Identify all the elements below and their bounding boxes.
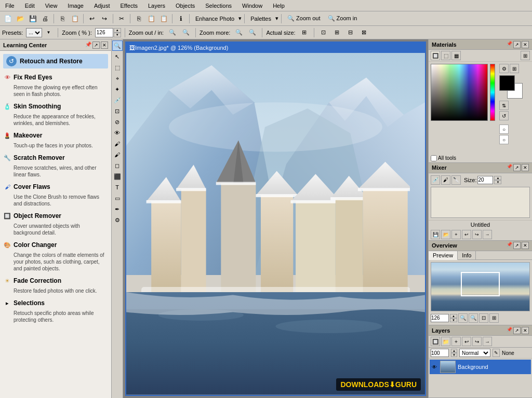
layer-link-btn[interactable]: + [451,337,461,346]
ov-float-btn[interactable]: ↗ [513,242,521,249]
sidebar-item-selections[interactable]: ▸ Selections [3,297,108,309]
tool-select[interactable]: ⬚ [112,62,123,73]
palettes-menu[interactable]: Palettes [247,15,274,22]
tool-straighten[interactable]: ⊘ [112,117,123,127]
copy-button[interactable]: ⎘ [57,13,68,24]
sidebar-item-color-changer[interactable]: 🎨 Color Changer [3,239,108,251]
color-grad[interactable] [431,64,488,121]
mat-options-btn2[interactable]: ⊞ [510,64,519,73]
fg-color-swatch[interactable] [499,75,515,91]
fit-btn4[interactable]: ⊠ [358,27,370,38]
menu-window[interactable]: Window [239,2,265,9]
ov-zoom-out-btn[interactable]: 🔍 [458,313,468,323]
tool-lasso[interactable]: ⌖ [112,73,123,84]
mixer-size-down[interactable]: ▼ [494,180,501,184]
mat-close-btn[interactable]: ✕ [522,41,529,48]
tool-pen[interactable]: ✒ [112,204,123,214]
menu-view[interactable]: View [42,2,61,9]
layer-more-btn[interactable]: → [483,337,492,346]
opacity-up[interactable]: ▲ [451,349,457,353]
mat-tab-gradient[interactable]: ⬚ [441,51,450,60]
menu-objects[interactable]: Objects [172,2,198,9]
tab-info[interactable]: Info [458,251,476,259]
sidebar-item-makeover[interactable]: 💄 Makeover [3,130,108,141]
ov-zoom-actual-btn[interactable]: ⊞ [489,313,499,323]
layer-arrange-btn[interactable]: ↪ [472,337,482,346]
lc-float-btn[interactable]: ↗ [92,42,100,49]
opacity-down[interactable]: ▼ [451,353,457,357]
zoom-out-btn[interactable]: 🔍 [167,27,178,38]
canvas-content[interactable]: DOWNLOADS⬇GURU [126,53,425,395]
menu-adjust[interactable]: Adjust [91,2,113,9]
tab-preview[interactable]: Preview [429,251,458,260]
sidebar-item-cover-flaws[interactable]: 🖌 Cover Flaws [3,181,108,193]
mat-options-btn1[interactable]: ⚙ [499,64,509,73]
sidebar-item-fade-correction[interactable]: ☀ Fade Correction [3,275,108,286]
print-button[interactable]: 🖨 [39,13,51,24]
copy2-button[interactable]: ⎘ [133,13,144,24]
mixer-dropper-btn[interactable]: 💉 [431,175,440,185]
mixer-undo-btn[interactable]: ↩ [462,230,471,239]
paste2-button[interactable]: 📋 [145,13,157,24]
tool-zoom[interactable]: 🔍 [112,40,123,51]
new-button[interactable]: 📄 [2,13,14,24]
zoom-in-btn[interactable]: 🔍 [180,27,192,38]
mixer-add-btn[interactable]: + [451,230,461,239]
transparent-bg-btn[interactable]: ○ [499,135,509,144]
presets-arrow[interactable]: ▼ [43,27,54,38]
menu-help[interactable]: Help [270,2,288,9]
sidebar-item-scratch-remover[interactable]: 🔧 Scratch Remover [3,152,108,163]
mixer-size-input[interactable] [477,176,493,184]
mixer-save-btn[interactable]: 💾 [431,230,440,239]
sidebar-item-object-remover[interactable]: 🔲 Object Remover [3,210,108,222]
tool-red-eye[interactable]: 👁 [112,128,123,138]
layer-eye-icon[interactable]: 👁 [431,363,438,370]
tool-crop[interactable]: ⊡ [112,106,123,116]
tool-eraser[interactable]: ◻ [112,160,123,171]
all-tools-checkbox[interactable] [431,155,437,161]
layer-group-btn[interactable]: 📁 [441,337,450,346]
lc-close-btn[interactable]: ✕ [101,42,108,49]
transparent-fg-btn[interactable]: ○ [499,125,509,134]
fit-btn3[interactable]: ⊟ [345,27,356,38]
ov-zoom-fit-btn[interactable]: ⊡ [479,313,488,323]
menu-file[interactable]: File [2,2,18,9]
ov-zoom-up[interactable]: ▲ [450,314,457,318]
mat-tab-pattern[interactable]: ▦ [451,51,461,60]
mat-float-btn[interactable]: ↗ [513,41,521,48]
undo-button[interactable]: ↩ [86,13,98,24]
sidebar-item-fix-red-eyes[interactable]: 👁 Fix Red Eyes [3,72,108,83]
tool-shape[interactable]: ▭ [112,193,123,203]
paste3-button[interactable]: 📋 [158,13,169,24]
mix-float-btn[interactable]: ↗ [513,164,521,171]
mixer-canvas[interactable] [431,187,530,218]
tool-fill[interactable]: ⬛ [112,171,123,182]
layers-float-btn[interactable]: ↗ [513,327,521,334]
menu-image[interactable]: Image [64,2,87,9]
menu-effects[interactable]: Effects [117,2,141,9]
crop-button[interactable]: ✂ [116,13,127,24]
sidebar-item-skin-smoothing[interactable]: 🧴 Skin Smoothing [3,101,108,112]
info-button[interactable]: ℹ [175,13,187,24]
tool-dropper[interactable]: 💉 [112,95,123,105]
menu-layers[interactable]: Layers [145,2,168,9]
mix-close-btn[interactable]: ✕ [522,164,529,171]
open-button[interactable]: 📂 [15,13,26,24]
fit-btn1[interactable]: ⊡ [318,27,329,38]
ov-zoom-in-btn[interactable]: 🔍 [469,313,478,323]
ov-close-btn[interactable]: ✕ [522,242,529,249]
swap-colors-btn[interactable]: ⇅ [499,101,509,110]
layer-add-btn[interactable]: 🔲 [431,337,440,346]
zoom-up-btn[interactable]: ▲ [114,28,121,33]
layers-opacity-input[interactable] [431,349,449,357]
zoom-more-btn2[interactable]: 🔍 [247,27,258,38]
mixer-clear-btn[interactable]: → [483,230,492,239]
mixer-redo-btn[interactable]: ↪ [472,230,482,239]
menu-selections[interactable]: Selections [202,2,235,9]
zoom-more-btn1[interactable]: 🔍 [233,27,245,38]
actual-size-btn[interactable]: ⊞ [299,27,310,38]
mixer-size-up[interactable]: ▲ [494,176,501,180]
tool-paint[interactable]: 🖌 [112,149,123,160]
layer-row-background[interactable]: 👁 Background [430,360,531,374]
mixer-brush-btn[interactable]: 🖌 [441,175,450,185]
